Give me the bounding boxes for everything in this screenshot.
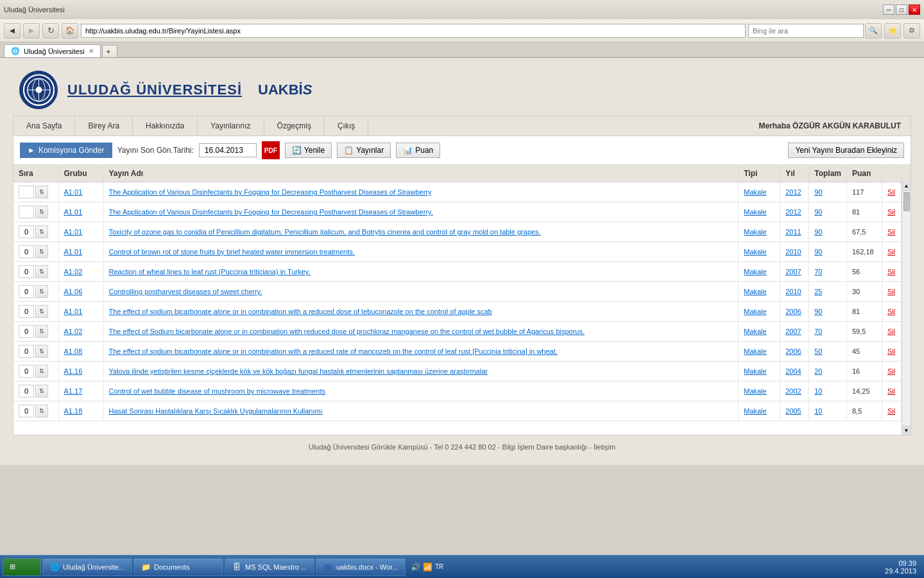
yil-link[interactable]: 2002 [785, 387, 801, 395]
grup-link[interactable]: A1.01 [64, 228, 83, 236]
arrow-up-down-button[interactable]: ⇅ [35, 385, 48, 398]
arrow-up-down-button[interactable]: ⇅ [35, 325, 48, 338]
arrow-up-down-button[interactable]: ⇅ [35, 186, 48, 198]
toplam-link[interactable]: 90 [814, 308, 822, 315]
nav-bireyara[interactable]: Birey Ara [75, 116, 133, 136]
sira-input[interactable] [19, 325, 34, 338]
tipi-link[interactable]: Makale [744, 228, 766, 236]
arrow-up-down-button[interactable]: ⇅ [35, 405, 48, 417]
yil-link[interactable]: 2011 [785, 228, 801, 236]
tipi-link[interactable]: Makale [744, 407, 766, 415]
arrow-up-down-button[interactable]: ⇅ [35, 265, 48, 278]
tipi-link[interactable]: Makale [744, 387, 766, 395]
yeni-yayin-button[interactable]: Yeni Yayını Buradan Ekleyiniz [788, 143, 904, 158]
yayin-link[interactable]: Toxicity of ozone gas to conidia of Peni… [109, 228, 541, 236]
tab-uludag[interactable]: 🌐 Uludağ Üniversitesi ✕ [4, 44, 101, 57]
tipi-link[interactable]: Makale [744, 208, 766, 216]
komisyon-button[interactable]: ► Komisyona Gönder [20, 143, 112, 158]
taskbar-start[interactable]: ⊞ [3, 558, 41, 576]
sil-link[interactable]: Sil [887, 347, 895, 355]
scroll-thumb[interactable] [903, 192, 910, 211]
yil-link[interactable]: 2006 [785, 308, 801, 315]
yayin-link[interactable]: The Application of Various Disinfectants… [109, 188, 432, 196]
taskbar-sql[interactable]: 🗄 MS SQL Maestro ... [225, 558, 314, 576]
nav-cikis[interactable]: Çıkış [325, 116, 368, 136]
yil-link[interactable]: 2005 [785, 407, 801, 415]
sil-link[interactable]: Sil [887, 188, 895, 196]
sira-input[interactable] [19, 265, 34, 278]
toplam-link[interactable]: 90 [814, 188, 822, 196]
sira-input[interactable] [19, 385, 34, 398]
puan-button[interactable]: 📊 Puan [396, 143, 440, 158]
toplam-link[interactable]: 10 [814, 387, 822, 395]
yil-link[interactable]: 2007 [785, 328, 801, 335]
scroll-down-button[interactable]: ▼ [902, 426, 911, 435]
sira-input[interactable] [19, 245, 34, 258]
yenile-button[interactable]: 🔄 Yenile [285, 143, 332, 158]
grup-link[interactable]: A1.01 [64, 308, 83, 315]
sil-link[interactable]: Sil [887, 268, 895, 276]
taskbar-clock[interactable]: 09:39 29.4.2013 [880, 559, 921, 575]
nav-hakkınızda[interactable]: Hakkınızda [133, 116, 198, 136]
sil-link[interactable]: Sil [887, 228, 895, 236]
search-input[interactable] [748, 24, 864, 38]
tipi-link[interactable]: Makale [744, 367, 766, 375]
tipi-link[interactable]: Makale [744, 188, 766, 196]
arrow-up-down-button[interactable]: ⇅ [35, 285, 48, 298]
grup-link[interactable]: A1.01 [64, 208, 83, 216]
grup-link[interactable]: A1.17 [64, 387, 83, 395]
close-button[interactable]: ✕ [909, 4, 920, 15]
back-button[interactable]: ◄ [4, 23, 21, 39]
sira-input[interactable] [19, 285, 34, 298]
scrollbar[interactable]: ▲ ▼ [902, 182, 911, 435]
grup-link[interactable]: A1.08 [64, 347, 83, 355]
yayin-link[interactable]: Hasat Sonrası Hastalıklara Karşı Sıcaklı… [109, 407, 323, 415]
sil-link[interactable]: Sil [887, 248, 895, 256]
yil-link[interactable]: 2004 [785, 367, 801, 375]
toplam-link[interactable]: 70 [814, 268, 822, 276]
sira-input[interactable] [19, 225, 34, 238]
yil-link[interactable]: 2010 [785, 288, 801, 295]
sil-link[interactable]: Sil [887, 407, 895, 415]
yil-link[interactable]: 2012 [785, 188, 801, 196]
minimize-button[interactable]: ─ [883, 4, 894, 15]
sil-link[interactable]: Sil [887, 288, 895, 295]
yayin-link[interactable]: Control of brown rot of stone fruits by … [109, 248, 355, 256]
yil-link[interactable]: 2012 [785, 208, 801, 216]
yayin-link[interactable]: Yalova ilinde yetiştirilen kesme çiçekle… [109, 367, 488, 375]
tipi-link[interactable]: Makale [744, 308, 766, 315]
refresh-button[interactable]: ↻ [42, 23, 59, 39]
yayin-link[interactable]: The effect of Sodium bicarbonate alone o… [109, 328, 585, 335]
arrow-up-down-button[interactable]: ⇅ [35, 365, 48, 378]
toplam-link[interactable]: 25 [814, 288, 822, 295]
yil-link[interactable]: 2006 [785, 347, 801, 355]
grup-link[interactable]: A1.16 [64, 367, 83, 375]
sil-link[interactable]: Sil [887, 328, 895, 335]
search-button[interactable]: 🔍 [865, 23, 882, 39]
pdf-icon[interactable]: PDF [262, 141, 280, 159]
tipi-link[interactable]: Makale [744, 248, 766, 256]
tipi-link[interactable]: Makale [744, 347, 766, 355]
yayin-link[interactable]: Reaction of wheat lines to leaf rust (Pu… [109, 268, 311, 276]
sira-input[interactable] [19, 405, 34, 417]
toplam-link[interactable]: 90 [814, 228, 822, 236]
sira-input[interactable] [19, 365, 34, 378]
address-bar[interactable] [81, 24, 746, 38]
yil-link[interactable]: 2007 [785, 268, 801, 276]
sil-link[interactable]: Sil [887, 208, 895, 216]
arrow-up-down-button[interactable]: ⇅ [35, 305, 48, 318]
yayinlar-button[interactable]: 📋 Yayınlar [337, 143, 391, 158]
grup-link[interactable]: A1.18 [64, 407, 83, 415]
toplam-link[interactable]: 90 [814, 248, 822, 256]
favorites-button[interactable]: ⭐ [884, 23, 901, 39]
sil-link[interactable]: Sil [887, 308, 895, 315]
grup-link[interactable]: A1.06 [64, 288, 83, 295]
toplam-link[interactable]: 10 [814, 407, 822, 415]
yayin-link[interactable]: The effect of sodium bicarbonate alone o… [109, 308, 492, 315]
arrow-up-down-button[interactable]: ⇅ [35, 206, 48, 218]
sil-link[interactable]: Sil [887, 367, 895, 375]
sira-input[interactable] [19, 345, 34, 358]
tipi-link[interactable]: Makale [744, 268, 766, 276]
sound-icon[interactable]: 🔊 [411, 563, 420, 572]
toplam-link[interactable]: 50 [814, 347, 822, 355]
